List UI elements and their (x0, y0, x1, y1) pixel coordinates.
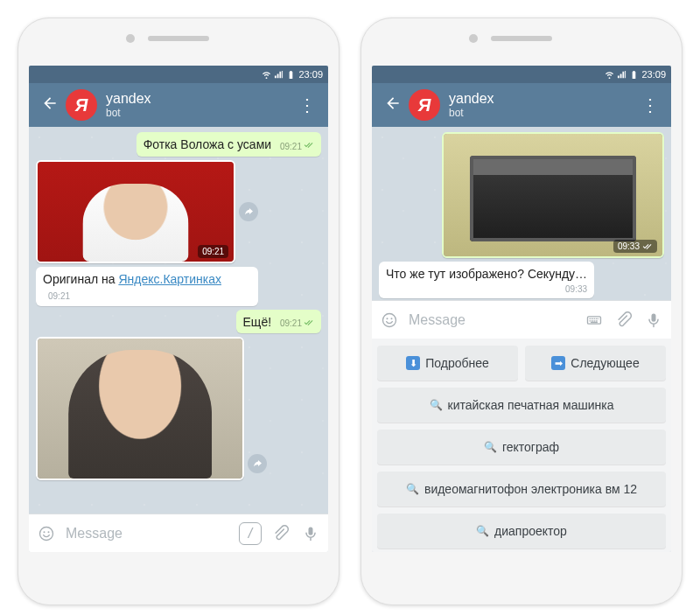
arrow-down-icon: ⬇ (406, 356, 420, 370)
screen: 23:09 Я yandex bot ⋮ Фотка Воложа с усам… (29, 66, 328, 552)
signal-icon (274, 70, 284, 80)
read-icon (642, 242, 653, 251)
kb-label: гектограф (502, 440, 559, 454)
clock: 23:09 (298, 69, 323, 80)
clock: 23:09 (641, 69, 666, 80)
message-input[interactable]: Message (66, 526, 230, 542)
svg-rect-3 (309, 527, 313, 535)
chat-area[interactable]: 09:33 Что же тут изображено? Секунду… 09… (372, 127, 671, 300)
magnifier-icon: 🔍 (430, 399, 443, 411)
magnifier-icon: 🔍 (484, 441, 497, 453)
svg-point-4 (383, 313, 396, 326)
message-text-pre: Оригинал на (43, 272, 118, 286)
image-message[interactable]: 09:21 (36, 160, 235, 263)
message-text: Ещё! (243, 315, 272, 329)
phone-right: 23:09 Я yandex bot ⋮ 09:33 Что же тут из… (360, 17, 682, 605)
message-time: 09:33 (565, 284, 587, 294)
signal-icon (617, 70, 626, 80)
avatar[interactable]: Я (66, 89, 97, 121)
input-bar: Message / (29, 514, 328, 552)
phone-left: 23:09 Я yandex bot ⋮ Фотка Воложа с усам… (18, 17, 340, 605)
app-bar: Я yandex bot ⋮ (29, 83, 328, 127)
link-yandex-images[interactable]: Яндекс.Картинках (118, 272, 221, 286)
battery-icon (286, 70, 296, 80)
more-button[interactable]: ⋮ (634, 94, 666, 115)
more-button[interactable]: ⋮ (291, 94, 323, 115)
svg-point-1 (44, 531, 46, 533)
message-input[interactable]: Message (409, 312, 575, 328)
image-message-out[interactable]: 09:33 (442, 132, 664, 258)
keyboard-button[interactable] (584, 310, 605, 331)
kb-label: Подробнее (425, 356, 489, 370)
photo (444, 134, 662, 256)
bot-keyboard: ⬇Подробнее ➡Следующее 🔍китайская печатна… (372, 339, 671, 552)
status-bar: 23:09 (372, 66, 671, 83)
message-time: 09:21 (48, 291, 70, 303)
forward-button[interactable] (239, 202, 258, 221)
mic-button[interactable] (643, 310, 664, 331)
commands-button[interactable]: / (239, 522, 262, 545)
arrow-left-icon (384, 94, 402, 112)
mic-button[interactable] (300, 523, 321, 544)
back-button[interactable] (377, 94, 409, 115)
emoji-button[interactable] (36, 523, 57, 544)
kb-button-more[interactable]: ⬇Подробнее (377, 346, 518, 381)
message-out[interactable]: Фотка Воложа с усами 09:21 (136, 132, 321, 157)
read-icon (304, 318, 314, 331)
message-in[interactable]: Оригинал на Яндекс.Картинках 09:21 (36, 267, 258, 306)
kb-label: китайская печатная машинка (448, 398, 614, 412)
wifi-icon (262, 70, 271, 80)
kb-label: Следующее (570, 356, 639, 370)
chat-title[interactable]: yandex bot (97, 91, 291, 119)
message-text: Фотка Воложа с усами (144, 137, 271, 151)
attach-button[interactable] (270, 523, 291, 544)
message-time: 09:21 (280, 318, 302, 330)
avatar[interactable]: Я (409, 89, 440, 121)
chat-title[interactable]: yandex bot (440, 91, 634, 119)
photo (38, 339, 242, 479)
kb-label: видеомагнитофон электроника вм 12 (424, 482, 637, 496)
magnifier-icon: 🔍 (406, 483, 419, 495)
svg-point-2 (48, 531, 50, 533)
kb-button-suggestion[interactable]: 🔍китайская печатная машинка (377, 388, 666, 423)
emoji-button[interactable] (379, 310, 400, 331)
kb-button-suggestion[interactable]: 🔍видеомагнитофон электроника вм 12 (377, 472, 666, 507)
image-time: 09:33 (618, 241, 640, 251)
status-bar: 23:09 (29, 66, 328, 83)
message-in[interactable]: Что же тут изображено? Секунду… 09:33 (379, 262, 594, 298)
svg-point-6 (391, 318, 393, 319)
kb-button-next[interactable]: ➡Следующее (525, 346, 666, 381)
magnifier-icon: 🔍 (476, 525, 489, 537)
wifi-icon (605, 70, 614, 80)
screen: 23:09 Я yandex bot ⋮ 09:33 Что же тут из… (372, 66, 671, 552)
attach-button[interactable] (613, 310, 634, 331)
read-icon (304, 141, 314, 153)
image-message[interactable] (36, 337, 244, 480)
svg-point-0 (40, 527, 53, 540)
svg-point-5 (387, 318, 388, 319)
contact-subtitle: bot (106, 107, 291, 119)
svg-rect-8 (652, 313, 656, 321)
kb-label: диапроектор (494, 524, 567, 538)
arrow-left-icon (41, 94, 59, 112)
input-bar: Message (372, 300, 671, 339)
chat-area[interactable]: Фотка Воложа с усами 09:21 09:21 Оригина… (29, 127, 328, 514)
image-time: 09:21 (202, 247, 224, 256)
contact-subtitle: bot (449, 107, 634, 119)
back-button[interactable] (34, 94, 66, 115)
message-out[interactable]: Ещё! 09:21 (236, 310, 321, 334)
message-text: Что же тут изображено? Секунду… (386, 267, 587, 281)
battery-icon (629, 70, 639, 80)
forward-button[interactable] (248, 454, 267, 473)
app-bar: Я yandex bot ⋮ (372, 83, 671, 127)
kb-button-suggestion[interactable]: 🔍диапроектор (377, 514, 666, 549)
contact-name: yandex (106, 91, 291, 107)
message-time: 09:21 (280, 142, 302, 153)
kb-button-suggestion[interactable]: 🔍гектограф (377, 430, 666, 465)
contact-name: yandex (449, 91, 634, 107)
arrow-right-icon: ➡ (551, 356, 565, 370)
